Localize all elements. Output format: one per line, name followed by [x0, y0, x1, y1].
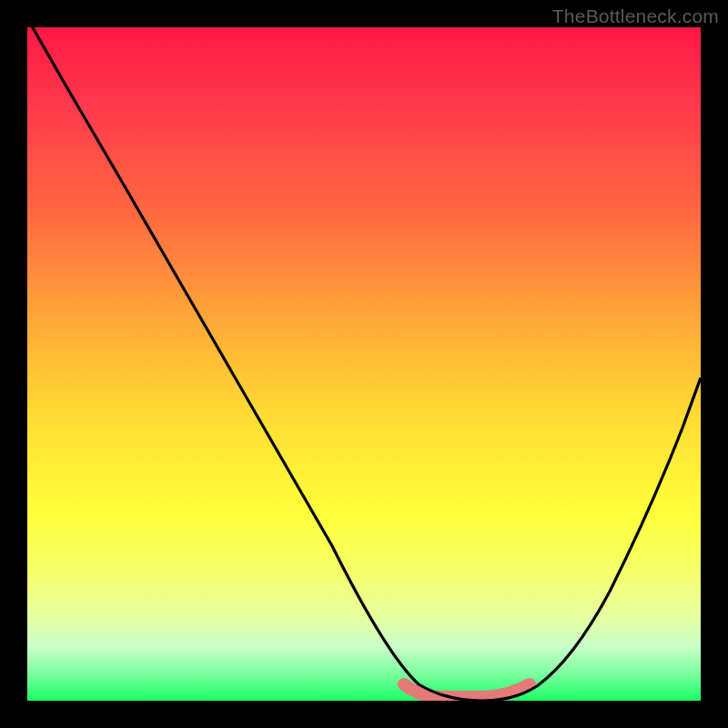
plot-area — [27, 27, 701, 701]
chart-frame: TheBottleneck.com — [0, 0, 728, 728]
curve-layer — [27, 27, 701, 701]
bottleneck-curve — [27, 27, 701, 701]
watermark-text: TheBottleneck.com — [552, 5, 719, 27]
